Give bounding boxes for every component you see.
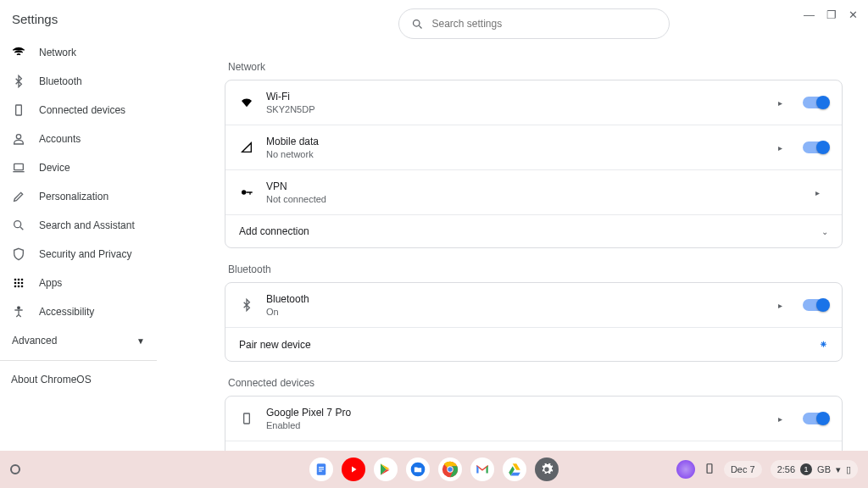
shelf-apps <box>309 458 559 481</box>
page-title: Settings <box>0 12 157 38</box>
sidebar-item-label: Search and Assistant <box>39 219 135 231</box>
bluetooth-card: Bluetooth On ▸ Pair new device ⁕ <box>225 282 843 362</box>
row-vpn[interactable]: VPN Not connected ▸ <box>225 169 842 214</box>
svg-point-7 <box>14 282 17 285</box>
bluetooth-pair-icon: ⁕ <box>819 338 828 351</box>
chevron-right-icon: ▸ <box>778 143 782 152</box>
phone-title: Google Pixel 7 Pro <box>266 407 766 419</box>
search-icon <box>12 219 25 232</box>
mobile-sub: No network <box>266 149 766 159</box>
chevron-down-icon: ⌄ <box>821 227 828 236</box>
close-button[interactable]: ✕ <box>849 8 858 21</box>
app-youtube-icon[interactable] <box>342 458 365 481</box>
sidebar-item-accounts[interactable]: Accounts <box>0 125 157 153</box>
sidebar-item-personalization[interactable]: Personalization <box>0 182 157 211</box>
wifi-title: Wi-Fi <box>266 91 766 103</box>
sidebar-item-about[interactable]: About ChromeOS <box>0 366 157 393</box>
row-wifi[interactable]: Wi-Fi SKY2N5DP ▸ <box>225 80 842 125</box>
avatar[interactable] <box>676 460 695 479</box>
row-bluetooth[interactable]: Bluetooth On ▸ <box>225 283 842 327</box>
phone-toggle[interactable] <box>803 413 828 424</box>
app-settings-icon[interactable] <box>535 458 559 481</box>
svg-rect-0 <box>16 105 22 115</box>
row-pair-device[interactable]: Pair new device ⁕ <box>225 327 842 361</box>
search-icon <box>411 18 424 30</box>
sidebar-item-label: Accounts <box>39 133 81 145</box>
launcher-button[interactable] <box>10 464 20 474</box>
sidebar-item-connected-devices[interactable]: Connected devices <box>0 96 157 125</box>
sidebar-item-device[interactable]: Device <box>0 153 157 182</box>
date-pill[interactable]: Dec 7 <box>724 461 762 478</box>
app-gmail-icon[interactable] <box>470 458 494 481</box>
svg-rect-2 <box>14 164 24 169</box>
sidebar-item-label: Device <box>39 162 70 174</box>
vpn-sub: Not connected <box>266 194 804 204</box>
notification-badge: 1 <box>800 463 812 475</box>
edit-icon <box>12 190 25 203</box>
person-icon <box>12 132 25 146</box>
app-play-store-icon[interactable] <box>374 458 398 481</box>
network-card: Wi-Fi SKY2N5DP ▸ Mobile data No network … <box>225 80 843 248</box>
search-input[interactable] <box>432 18 657 30</box>
app-chrome-icon[interactable] <box>438 458 462 481</box>
phone-hub-icon[interactable] <box>704 463 715 476</box>
app-drive-icon[interactable] <box>503 458 526 481</box>
section-network-label: Network <box>228 61 843 73</box>
svg-rect-16 <box>244 413 250 424</box>
sidebar-item-label: Accessibility <box>39 306 94 318</box>
section-bluetooth-label: Bluetooth <box>228 263 843 275</box>
svg-point-10 <box>14 286 17 288</box>
svg-point-11 <box>18 286 20 288</box>
vpn-key-icon <box>239 186 254 199</box>
svg-point-15 <box>242 190 246 194</box>
svg-point-5 <box>18 279 20 281</box>
section-connected-label: Connected devices <box>228 377 843 389</box>
sidebar-item-label: Connected devices <box>39 104 125 116</box>
sidebar-item-network[interactable]: Network <box>0 38 157 67</box>
sidebar-item-security-privacy[interactable]: Security and Privacy <box>0 240 157 269</box>
wifi-status-icon: ▾ <box>836 464 841 475</box>
bluetooth-icon <box>239 298 254 312</box>
row-mobile-data[interactable]: Mobile data No network ▸ <box>225 125 842 169</box>
svg-rect-18 <box>319 467 324 468</box>
main-content: Network Wi-Fi SKY2N5DP ▸ Mobile data No … <box>157 0 868 462</box>
sidebar-item-bluetooth[interactable]: Bluetooth <box>0 67 157 96</box>
storage-label: GB <box>817 464 831 474</box>
battery-icon: ▯ <box>846 464 851 475</box>
svg-rect-19 <box>319 469 324 469</box>
phone-sub: Enabled <box>266 420 766 430</box>
minimize-button[interactable]: — <box>804 8 815 21</box>
accessibility-icon <box>12 305 25 319</box>
vpn-title: VPN <box>266 180 804 192</box>
wifi-toggle[interactable] <box>803 97 828 108</box>
app-files-icon[interactable] <box>406 458 430 481</box>
search-box[interactable] <box>398 8 670 39</box>
row-add-connection[interactable]: Add connection ⌄ <box>225 214 842 247</box>
phone-icon <box>12 103 25 117</box>
advanced-label: Advanced <box>12 335 57 347</box>
svg-point-12 <box>21 286 24 288</box>
svg-point-4 <box>14 279 17 281</box>
status-pill[interactable]: 2:56 1 GB ▾ ▯ <box>771 460 858 479</box>
sidebar-item-label: Personalization <box>39 191 108 202</box>
svg-point-13 <box>18 307 20 309</box>
row-phone[interactable]: Google Pixel 7 Pro Enabled ▸ <box>225 396 842 441</box>
bt-title: Bluetooth <box>266 293 766 305</box>
chevron-right-icon: ▸ <box>778 414 782 424</box>
system-tray[interactable]: Dec 7 2:56 1 GB ▾ ▯ <box>676 460 858 479</box>
laptop-icon <box>12 161 25 175</box>
svg-point-24 <box>448 467 453 472</box>
app-docs-icon[interactable] <box>309 458 333 481</box>
restore-button[interactable]: ❐ <box>826 8 837 21</box>
apps-icon <box>12 276 25 290</box>
svg-point-9 <box>21 282 24 285</box>
mobile-toggle[interactable] <box>803 141 828 153</box>
sidebar-item-search-assistant[interactable]: Search and Assistant <box>0 211 157 240</box>
bluetooth-toggle[interactable] <box>803 299 828 311</box>
sidebar-item-apps[interactable]: Apps <box>0 269 157 297</box>
bluetooth-icon <box>12 75 25 88</box>
sidebar-item-accessibility[interactable]: Accessibility <box>0 297 157 326</box>
sidebar-advanced[interactable]: Advanced ▼ <box>0 326 157 355</box>
svg-point-8 <box>18 282 20 285</box>
chevron-down-icon: ▼ <box>136 336 145 346</box>
